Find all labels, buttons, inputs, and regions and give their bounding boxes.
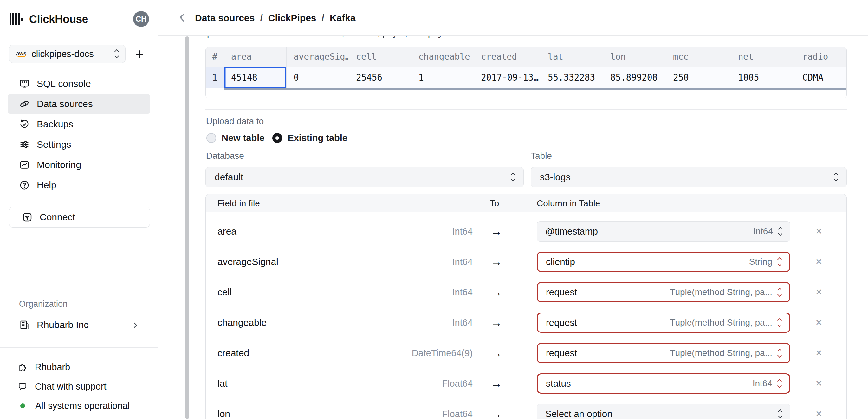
radio-option-new-table[interactable]: New table	[206, 133, 265, 143]
mapping-row: averageSignalInt64→clientipString✕	[206, 247, 846, 277]
sidebar-item-backups[interactable]: Backups	[8, 114, 150, 134]
project-selector[interactable]: aws clickpipes-docs	[9, 45, 126, 63]
column-select-type: Tuple(method String, pa...	[670, 348, 772, 358]
back-chevron-icon[interactable]	[177, 12, 188, 23]
breadcrumb-item-clickpipes[interactable]: ClickPipes	[268, 13, 316, 24]
sidebar-item-label: Backups	[37, 119, 73, 130]
sidebar-footer: RhubarbChat with supportAll systems oper…	[9, 357, 149, 416]
aws-icon: aws	[16, 51, 26, 57]
mapping-row: changeableInt64→requestTuple(method Stri…	[206, 308, 846, 338]
sidebar-item-label: Data sources	[37, 99, 93, 109]
sidebar-item-monitoring[interactable]: Monitoring	[8, 155, 150, 175]
sidebar-item-settings[interactable]: Settings	[8, 134, 150, 155]
remove-mapping-button[interactable]: ✕	[811, 257, 827, 267]
sidebar: ClickHouse CH aws clickpipes-docs + SQL …	[0, 0, 158, 419]
footer-item-chat-with-support[interactable]: Chat with support	[9, 377, 149, 396]
preview-cell[interactable]: 1	[206, 67, 224, 89]
preview-cell[interactable]: 25456	[349, 67, 411, 89]
preview-data-row: 14514802545612017-09-13…55.33228385.8992…	[206, 67, 846, 89]
chevron-updown-icon	[778, 288, 781, 296]
field-type: DateTime64(9)	[395, 348, 473, 358]
mapping-row: cellInt64→requestTuple(method String, pa…	[206, 277, 846, 308]
remove-mapping-button[interactable]: ✕	[811, 226, 827, 236]
organization-selector[interactable]: Rhubarb Inc	[8, 316, 150, 334]
breadcrumb-item-kafka[interactable]: Kafka	[330, 13, 356, 24]
field-type: Float64	[395, 409, 473, 419]
arrow-right-icon: →	[473, 407, 520, 419]
column-select-type: Int64	[753, 226, 773, 236]
footer-item-all-systems-operational[interactable]: All systems operational	[9, 396, 149, 416]
add-service-button[interactable]: +	[130, 45, 149, 63]
sidebar-item-label: Settings	[37, 139, 71, 150]
field-name: lon	[217, 409, 395, 419]
column-select[interactable]: clientipString	[537, 252, 790, 272]
radio-option-existing-table[interactable]: Existing table	[272, 133, 347, 143]
field-name: created	[217, 348, 395, 358]
preview-cell[interactable]: 2017-09-13…	[474, 67, 541, 89]
footer-item-rhubarb[interactable]: Rhubarb	[9, 357, 149, 377]
sidebar-item-sql-console[interactable]: SQL console	[8, 73, 150, 94]
vertical-scrollbar[interactable]	[185, 36, 189, 419]
chevron-updown-icon	[115, 50, 118, 58]
mapping-row: latFloat64→statusInt64✕	[206, 368, 846, 399]
breadcrumb-item-data-sources[interactable]: Data sources	[195, 13, 254, 24]
remove-mapping-button[interactable]: ✕	[811, 409, 827, 419]
arrow-right-icon: →	[473, 377, 520, 390]
preview-column-header: lat	[541, 47, 603, 67]
chevron-updown-icon	[778, 258, 781, 266]
breadcrumb-separator: /	[322, 13, 324, 24]
mapping-row: createdDateTime64(9)→requestTuple(method…	[206, 338, 846, 368]
preview-cell[interactable]: 0	[287, 67, 349, 89]
upload-data-to-label: Upload data to	[206, 116, 264, 126]
column-select-type: Tuple(method String, pa...	[670, 287, 772, 297]
field-type: Int64	[395, 226, 473, 237]
field-type: Int64	[395, 257, 473, 267]
sidebar-item-help[interactable]: Help	[8, 175, 150, 195]
remove-mapping-button[interactable]: ✕	[811, 318, 827, 328]
preview-cell[interactable]: 1005	[731, 67, 796, 89]
database-select[interactable]: default	[206, 167, 524, 187]
column-select[interactable]: statusInt64	[537, 373, 790, 394]
preview-cell-selected[interactable]: 45148	[224, 67, 287, 89]
preview-cell[interactable]: 1	[411, 67, 474, 89]
arrow-right-icon: →	[473, 286, 520, 299]
connect-button[interactable]: Connect	[9, 207, 150, 228]
preview-column-header: changeable	[411, 47, 474, 67]
column-select[interactable]: requestTuple(method String, pa...	[537, 282, 790, 302]
preview-column-header: area	[224, 47, 287, 67]
preview-cell[interactable]: 85.899208	[603, 67, 666, 89]
settings-icon	[19, 139, 30, 150]
project-selector-label: clickpipes-docs	[31, 49, 94, 59]
remove-mapping-button[interactable]: ✕	[811, 287, 827, 297]
radio-option-label: Existing table	[287, 133, 347, 143]
sidebar-item-data-sources[interactable]: Data sources	[8, 94, 150, 114]
preview-cell[interactable]: CDMA	[796, 67, 846, 89]
footer-item-label: Rhubarb	[35, 362, 70, 373]
field-name: averageSignal	[217, 256, 395, 267]
preview-cell[interactable]: 55.332283	[541, 67, 603, 89]
table-select-value: s3-logs	[540, 172, 570, 183]
column-select[interactable]: @timestampInt64	[537, 221, 790, 241]
remove-mapping-button[interactable]: ✕	[811, 379, 827, 389]
arrow-right-icon: →	[473, 316, 520, 329]
avatar[interactable]: CH	[133, 11, 149, 27]
column-select-value: request	[546, 348, 577, 358]
column-select[interactable]: requestTuple(method String, pa...	[537, 343, 790, 363]
logo-row: ClickHouse CH	[9, 10, 149, 28]
help-icon	[19, 180, 30, 191]
organization-name: Rhubarb Inc	[37, 320, 88, 330]
preview-column-header: created	[474, 47, 541, 67]
column-select-value: request	[546, 287, 577, 298]
radio-button-icon[interactable]	[206, 133, 216, 143]
section-divider	[206, 109, 847, 110]
backups-icon	[19, 119, 30, 130]
remove-mapping-button[interactable]: ✕	[811, 348, 827, 358]
table-select[interactable]: s3-logs	[531, 167, 847, 187]
column-select[interactable]: requestTuple(method String, pa...	[537, 313, 790, 333]
horizontal-scrollbar[interactable]	[224, 89, 846, 90]
preview-cell[interactable]: 250	[666, 67, 731, 89]
chevron-right-icon	[131, 321, 140, 329]
column-select[interactable]: Select an option	[537, 404, 790, 419]
main-area: piece of information such as date, amoun…	[158, 0, 868, 419]
radio-button-icon[interactable]	[272, 133, 282, 143]
